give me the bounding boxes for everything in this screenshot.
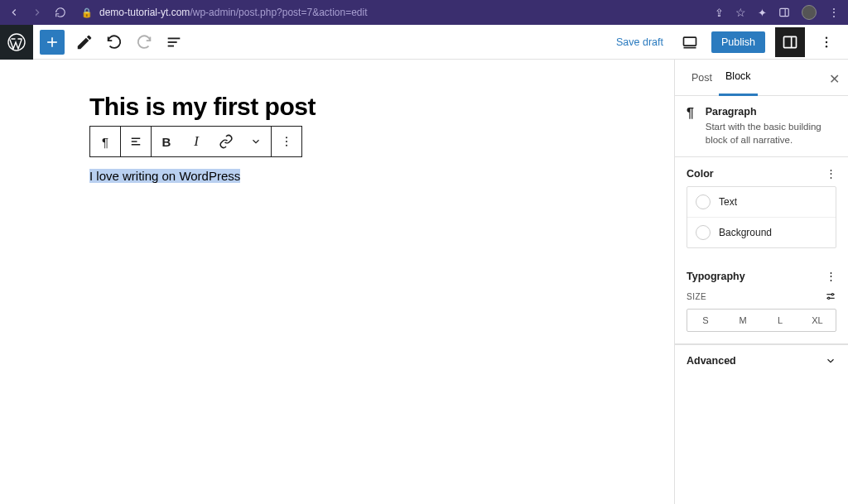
svg-point-19 (286, 141, 287, 142)
tab-block[interactable]: Block (719, 60, 758, 96)
link-icon[interactable] (211, 127, 241, 156)
settings-sidebar: Post Block ✕ ¶ Paragraph Start with the … (674, 60, 848, 504)
share-icon[interactable]: ⇪ (715, 7, 724, 19)
extensions-icon[interactable]: ✦ (758, 7, 767, 19)
editor-topbar: Save draft Publish (33, 25, 848, 60)
panel-icon[interactable] (778, 7, 790, 18)
post-title[interactable]: This is my first post (89, 93, 674, 121)
align-icon[interactable] (121, 127, 151, 156)
forward-icon[interactable] (31, 7, 43, 18)
chevron-down-icon (825, 355, 836, 367)
svg-point-18 (286, 137, 287, 138)
italic-button[interactable]: I (181, 127, 211, 156)
size-m[interactable]: M (724, 310, 761, 331)
typography-options-icon[interactable]: ⋮ (826, 270, 836, 282)
editor-canvas[interactable]: This is my first post ¶ B I I love writi… (0, 60, 674, 504)
advanced-panel-toggle[interactable]: Advanced (675, 344, 848, 377)
block-name: Paragraph (706, 106, 836, 118)
chevron-down-icon[interactable] (241, 127, 271, 156)
reload-icon[interactable] (55, 7, 66, 18)
block-description: Start with the basic building block of a… (706, 121, 836, 146)
lock-icon: 🔒 (81, 7, 93, 18)
url-text: demo-tutorial-yt.com/wp-admin/post.php?p… (99, 7, 368, 18)
svg-rect-0 (780, 8, 789, 16)
redo-icon[interactable] (129, 27, 159, 57)
edit-mode-icon[interactable] (70, 27, 99, 57)
swatch-icon (696, 194, 711, 209)
background-color-button[interactable]: Background (687, 217, 836, 247)
svg-rect-10 (784, 36, 797, 47)
paragraph-block[interactable]: I love writing on WordPress (89, 169, 674, 183)
size-options: S M L XL (687, 309, 836, 332)
size-settings-icon[interactable] (825, 290, 836, 302)
size-xl[interactable]: XL (798, 310, 836, 331)
preview-button[interactable] (675, 27, 705, 57)
publish-button[interactable]: Publish (711, 31, 765, 53)
browser-toolbar: 🔒 demo-tutorial-yt.com/wp-admin/post.php… (0, 0, 848, 25)
chrome-menu-icon[interactable]: ⋮ (828, 6, 840, 19)
svg-point-13 (826, 41, 827, 42)
background-color-label: Background (719, 227, 772, 238)
advanced-label: Advanced (687, 355, 736, 367)
back-icon[interactable] (8, 7, 20, 18)
typography-heading: Typography (687, 271, 745, 282)
block-info-panel: ¶ Paragraph Start with the basic buildin… (675, 96, 848, 157)
svg-point-14 (826, 46, 827, 47)
bold-button[interactable]: B (152, 127, 181, 156)
svg-point-24 (828, 297, 830, 299)
color-heading: Color (687, 168, 714, 180)
close-icon[interactable]: ✕ (829, 71, 840, 87)
svg-rect-8 (684, 37, 696, 46)
color-options-icon[interactable]: ⋮ (826, 167, 836, 180)
block-toolbar: ¶ B I (89, 126, 302, 157)
size-label: SIZE (687, 292, 706, 301)
svg-point-12 (826, 36, 827, 38)
add-block-button[interactable] (40, 30, 65, 55)
color-panel: Color ⋮ Text Background (675, 157, 848, 260)
document-outline-icon[interactable] (159, 27, 189, 57)
profile-avatar[interactable] (802, 5, 817, 20)
bookmark-icon[interactable]: ☆ (735, 6, 746, 19)
address-bar[interactable]: 🔒 demo-tutorial-yt.com/wp-admin/post.php… (76, 7, 705, 18)
save-draft-button[interactable]: Save draft (611, 36, 668, 48)
settings-panel-toggle[interactable] (775, 27, 805, 57)
swatch-icon (696, 225, 711, 240)
svg-point-20 (286, 145, 287, 146)
svg-point-22 (831, 294, 833, 295)
text-color-label: Text (719, 196, 737, 208)
undo-icon[interactable] (99, 27, 129, 57)
text-color-button[interactable]: Text (687, 187, 836, 217)
typography-panel: Typography ⋮ SIZE S M L XL (675, 260, 848, 344)
tab-post[interactable]: Post (685, 60, 719, 96)
more-options-icon[interactable] (812, 27, 841, 57)
block-more-icon[interactable] (272, 127, 301, 156)
paragraph-icon: ¶ (687, 106, 697, 121)
wordpress-logo[interactable] (0, 25, 33, 60)
size-s[interactable]: S (687, 310, 724, 331)
paragraph-type-icon[interactable]: ¶ (90, 127, 120, 156)
size-l[interactable]: L (761, 310, 798, 331)
